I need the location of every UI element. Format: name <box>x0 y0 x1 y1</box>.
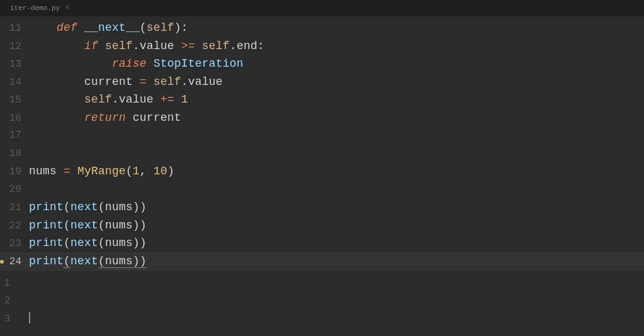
code-content[interactable]: def __next__(self): <box>29 19 188 37</box>
terminal-line-number: 1 <box>0 274 16 292</box>
code-content[interactable]: raise StopIteration <box>29 55 243 73</box>
editor-line[interactable]: 22print(next(nums)) <box>0 216 644 235</box>
code-content[interactable]: if self.value >= self.end: <box>29 37 264 55</box>
line-number: 17 <box>0 126 29 145</box>
code-content[interactable]: print(next(nums)) <box>29 198 147 216</box>
editor-line[interactable]: 14 current = self.value <box>0 73 644 91</box>
code-content[interactable]: print(next(nums)) <box>29 216 147 235</box>
editor-line[interactable]: 11 def __next__(self): <box>0 19 644 37</box>
line-number: 21 <box>0 199 29 217</box>
terminal-line-number: 3 <box>0 310 16 328</box>
editor-line[interactable]: 18 <box>0 145 644 163</box>
editor-line[interactable]: 20 <box>0 181 644 199</box>
line-number: 16 <box>0 109 29 128</box>
terminal-text <box>16 310 30 327</box>
line-number: 11 <box>0 20 29 38</box>
line-number: 14 <box>0 74 29 92</box>
line-number: 13 <box>0 55 29 74</box>
editor-line[interactable]: 21print(next(nums)) <box>0 198 644 216</box>
tab-bar: iter-demo.py × <box>0 0 644 16</box>
line-number: 18 <box>0 145 29 163</box>
line-number: 20 <box>0 181 29 199</box>
terminal-line[interactable]: 3 <box>0 310 644 327</box>
editor-line[interactable]: 24print(next(nums)) <box>0 252 644 271</box>
terminal-line[interactable]: 2 <box>0 292 644 310</box>
editor-line[interactable]: 23print(next(nums)) <box>0 234 644 252</box>
code-content[interactable]: current = self.value <box>29 73 223 91</box>
line-number: 15 <box>0 91 29 109</box>
code-content[interactable]: print(next(nums)) <box>29 234 147 252</box>
change-marker-icon <box>0 260 4 264</box>
tab-filename: iter-demo.py <box>10 4 60 12</box>
editor-line[interactable]: 15 self.value += 1 <box>0 91 644 109</box>
code-content[interactable]: return current <box>29 109 181 127</box>
code-content[interactable]: self.value += 1 <box>29 91 188 109</box>
editor-line[interactable]: 16 return current <box>0 109 644 127</box>
editor-line[interactable]: 17 <box>0 126 644 145</box>
editor-line[interactable]: 12 if self.value >= self.end: <box>0 37 644 55</box>
terminal-panel[interactable]: 123 <box>0 270 644 327</box>
line-number: 24 <box>0 253 29 271</box>
line-number: 23 <box>0 235 29 253</box>
code-editor[interactable]: 11 def __next__(self):12 if self.value >… <box>0 16 644 270</box>
code-content[interactable]: print(next(nums)) <box>29 252 147 271</box>
editor-line[interactable]: 19nums = MyRange(1, 10) <box>0 162 644 181</box>
terminal-cursor-icon <box>29 312 30 323</box>
line-number: 12 <box>0 38 29 56</box>
code-content[interactable]: nums = MyRange(1, 10) <box>29 162 174 181</box>
file-tab[interactable]: iter-demo.py × <box>4 1 75 15</box>
close-icon[interactable]: × <box>65 4 69 13</box>
editor-line[interactable]: 13 raise StopIteration <box>0 55 644 73</box>
line-number: 19 <box>0 163 29 181</box>
terminal-line-number: 2 <box>0 292 16 310</box>
terminal-line[interactable]: 1 <box>0 274 644 292</box>
line-number: 22 <box>0 217 29 235</box>
